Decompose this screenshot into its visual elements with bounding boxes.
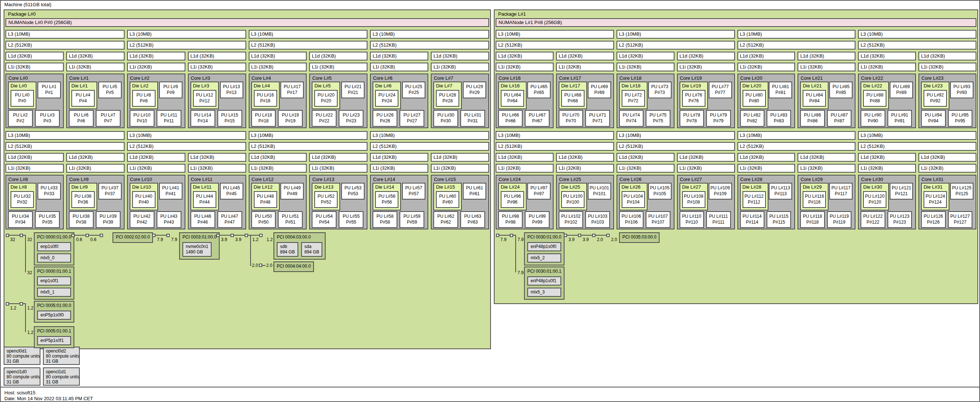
pu-p-label: P#44	[194, 199, 216, 205]
core-box: Core L#0Die L#0PU L#0P#0PU L#1P#1PU L#2P…	[5, 73, 64, 128]
die-box: Die L#26PU L#104P#104	[619, 183, 648, 210]
die-box: Die L#17PU L#68P#68	[558, 81, 587, 109]
core-label: Core L#10	[130, 176, 152, 182]
pci-link-speed-label: 2.0	[266, 263, 273, 268]
l1i-cache-row: L1i (32KB)L1i (32KB)L1i (32KB)L1i (32KB)…	[5, 63, 489, 72]
die-label: Die L#21	[803, 83, 822, 89]
core-box: Core L#27Die L#27PU L#108P#108PU L#109P#…	[677, 175, 735, 229]
pu-box: PU L#48P#48	[254, 191, 277, 208]
pu-l-label: PU L#107	[646, 213, 669, 219]
pci-link-speed-label: 3.9	[568, 237, 575, 242]
l1d-cache-box: L1d (32KB)	[249, 52, 307, 60]
core-label: Core L#25	[559, 176, 581, 182]
core-box: Core L#26Die L#26PU L#104P#104PU L#105P#…	[617, 175, 675, 229]
opencl-memory: 31 GB	[6, 380, 38, 385]
pu-box: PU L#98P#98	[498, 211, 523, 228]
core-box: Core L#14Die L#14PU L#56P#56PU L#57P#57P…	[370, 175, 428, 229]
pu-box: PU L#84P#84	[803, 90, 826, 107]
pu-p-label: P#123	[888, 219, 911, 225]
pu-box: PU L#67P#67	[525, 110, 549, 127]
die-box: Die L#20PU L#80P#80	[740, 81, 768, 109]
die-box: Die L#22PU L#88P#88	[861, 81, 889, 109]
pu-row: PU L#26P#26PU L#27P#27	[372, 110, 424, 127]
pu-p-label: P#22	[312, 118, 336, 124]
core-box: Core L#10Die L#10PU L#40P#40PU L#41P#41P…	[127, 175, 185, 229]
pu-p-label: P#64	[501, 98, 523, 104]
pu-l-label: PU L#31	[461, 112, 484, 118]
pci-box-title: PCI 0003:01:00.0	[183, 234, 216, 240]
pu-p-label: P#55	[339, 219, 363, 225]
l2-cache-box: L2 (512KB)	[127, 41, 246, 49]
l1i-cache-box: L1i (32KB)	[5, 164, 64, 173]
pu-l-label: PU L#25	[403, 84, 425, 90]
pci-link-speed-label: 32	[10, 237, 16, 242]
die-box: Die L#3PU L#12P#12	[191, 81, 219, 109]
l1d-cache-box: L1d (32KB)	[858, 52, 916, 60]
pu-l-label: PU L#66	[499, 112, 522, 118]
l2-cache-row: L2 (512KB)L2 (512KB)L2 (512KB)L2 (512KB)	[5, 142, 489, 151]
pci-link-line	[515, 235, 516, 272]
opencl-units: 80 compute units	[6, 374, 38, 380]
core-label: Core L#0	[8, 75, 28, 81]
pu-l-label: PU L#4	[72, 92, 94, 98]
pu-p-label: P#59	[400, 219, 423, 225]
core-label: Core L#19	[680, 75, 702, 81]
pu-p-label: P#98	[499, 219, 522, 225]
pu-box: PU L#38P#38	[69, 211, 94, 228]
pu-box: PU L#21P#21	[341, 81, 364, 99]
disk-name: nvme0c0n1	[186, 244, 208, 249]
pu-l-label: PU L#103	[586, 213, 609, 219]
core-box: Core L#2Die L#2PU L#8P#8PU L#9P#9PU L#10…	[127, 73, 185, 128]
pu-p-label: P#72	[622, 98, 644, 104]
pci-link-line	[9, 303, 20, 304]
pu-row: PU L#14P#14PU L#15P#15	[191, 110, 242, 127]
pu-l-label: PU L#37	[99, 185, 121, 191]
pu-box: PU L#65P#65	[527, 81, 550, 99]
l1i-cache-box: L1i (32KB)	[677, 63, 735, 72]
pu-p-label: P#41	[160, 191, 182, 197]
pu-p-label: P#6	[70, 118, 93, 124]
pci-link-speed-label: 3.9	[220, 237, 228, 242]
core-box: Core L#16Die L#16PU L#64P#64PU L#65P#65P…	[496, 73, 554, 128]
pu-box: PU L#10P#10	[130, 110, 154, 127]
pu-l-label: PU L#71	[586, 112, 609, 118]
pu-l-label: PU L#33	[38, 185, 60, 191]
pu-p-label: P#103	[586, 219, 609, 225]
pu-p-label: P#100	[562, 199, 584, 205]
pu-box: PU L#100P#100	[561, 191, 584, 208]
core-box: Core L#13Die L#13PU L#52P#52PU L#53P#53P…	[309, 175, 368, 229]
l1i-cache-box: L1i (32KB)	[737, 164, 795, 173]
pci-link-speed-label: 32	[27, 237, 33, 242]
pu-box: PU L#8P#8	[132, 90, 156, 107]
pci-box-title: PCI 0035:03:00.0	[622, 234, 656, 240]
pu-box: PU L#56P#56	[375, 191, 398, 208]
pu-p-label: P#116	[803, 199, 825, 205]
l1i-cache-box: L1i (32KB)	[249, 63, 307, 72]
pu-l-label: PU L#22	[312, 112, 336, 118]
pci-link-line	[89, 235, 100, 235]
pu-p-label: P#115	[767, 219, 790, 225]
pu-row: PU L#86P#86PU L#87P#87	[800, 110, 851, 127]
die-box: Die L#8PU L#32P#32	[8, 183, 37, 210]
core-label: Core L#26	[619, 176, 642, 182]
pu-l-label: PU L#65	[528, 84, 550, 90]
pu-l-label: PU L#40	[133, 193, 155, 199]
pu-box: PU L#105P#105	[648, 183, 671, 200]
pu-box: PU L#97P#97	[527, 183, 550, 200]
l1d-cache-box: L1d (32KB)	[617, 52, 675, 60]
pu-l-label: PU L#8	[133, 92, 155, 98]
l2-cache-box: L2 (512KB)	[617, 41, 735, 49]
core-label: Core L#11	[191, 176, 213, 182]
l3-cache-row: L3 (10MB)L3 (10MB)L3 (10MB)L3 (10MB)	[496, 30, 976, 38]
pu-l-label: PU L#35	[36, 213, 59, 219]
core-label: Core L#5	[312, 75, 331, 81]
pu-p-label: P#42	[130, 219, 154, 225]
l1i-cache-box: L1i (32KB)	[556, 164, 614, 173]
pu-box: PU L#16P#16	[254, 90, 277, 107]
pu-p-label: P#76	[683, 98, 705, 104]
pu-l-label: PU L#94	[922, 112, 945, 118]
die-box: Die L#11PU L#44P#44	[191, 183, 219, 210]
pu-l-label: PU L#16	[255, 92, 277, 98]
opencl-device: opencl1d180 compute units31 GB	[43, 367, 80, 386]
core-label: Core L#22	[861, 75, 883, 81]
